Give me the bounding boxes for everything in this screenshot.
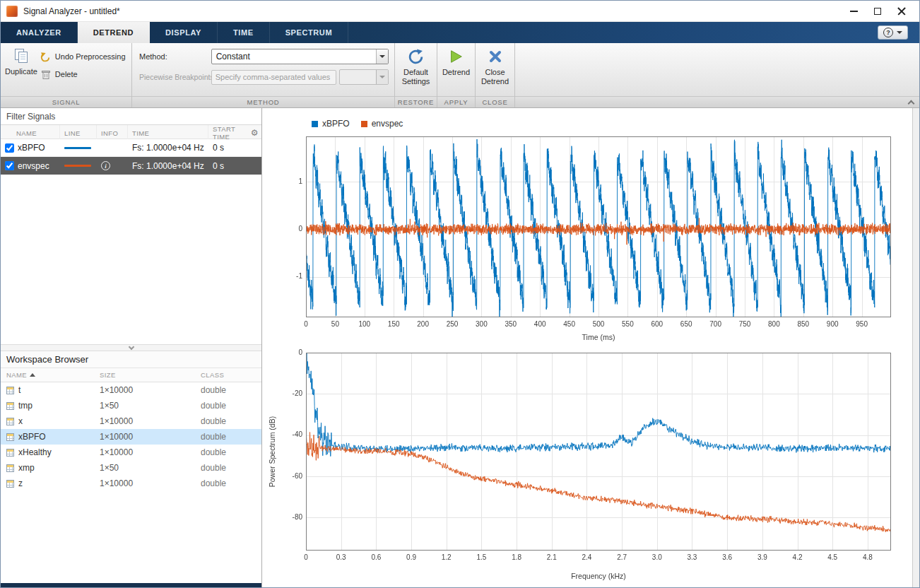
- signal-row-xbpfo[interactable]: xBPFO Fs: 1.0000e+04 Hz 0 s: [1, 139, 261, 157]
- signal-time: Fs: 1.0000e+04 Hz: [128, 139, 208, 156]
- column-header-line[interactable]: LINE: [60, 125, 97, 141]
- legend-swatch-xbpfo: [312, 121, 318, 127]
- matrix-icon: [6, 449, 14, 457]
- close-detrend-button[interactable]: Close Detrend: [476, 47, 514, 96]
- workspace-column-size[interactable]: SIZE: [100, 371, 201, 379]
- detrend-button[interactable]: Detrend: [442, 47, 470, 96]
- workspace-row-xmp[interactable]: xmp 1×50 double: [1, 460, 261, 476]
- signal-start-time: 0 s: [208, 139, 261, 156]
- legend-label-xbpfo[interactable]: xBPFO: [322, 119, 350, 129]
- toolstrip-filler: [515, 43, 919, 107]
- sort-ascending-icon: [30, 373, 35, 377]
- panel-bottom-strip: [1, 583, 261, 587]
- undo-icon: [40, 51, 52, 62]
- breakpoints-input[interactable]: [211, 70, 337, 85]
- help-button[interactable]: ?: [878, 25, 908, 40]
- tabbar-filler: [348, 22, 878, 43]
- column-header-info[interactable]: INFO: [97, 125, 128, 141]
- filter-signals-input[interactable]: [1, 108, 261, 125]
- tab-display[interactable]: DISPLAY: [150, 22, 218, 43]
- signal-checkbox[interactable]: [5, 143, 14, 153]
- workspace-column-name[interactable]: NAME: [6, 371, 100, 379]
- workspace-row-z[interactable]: z 1×10000 double: [1, 476, 261, 491]
- panel-splitter[interactable]: [1, 344, 261, 351]
- section-restore: Default Settings RESTORE: [395, 43, 437, 107]
- legend-swatch-envspec: [361, 121, 367, 127]
- matrix-icon: [6, 418, 14, 425]
- signals-empty-space: [1, 175, 261, 344]
- signal-name: xBPFO: [18, 143, 45, 153]
- duplicate-label: Duplicate: [5, 67, 37, 76]
- workspace-row-xbpfo[interactable]: xBPFO 1×10000 double: [1, 429, 261, 445]
- plot-legend: xBPFO envspec: [312, 117, 912, 131]
- column-header-time[interactable]: TIME: [128, 125, 208, 141]
- default-settings-button[interactable]: Default Settings: [395, 47, 437, 96]
- undo-preprocessing-button[interactable]: Undo Preprocessing: [40, 51, 126, 62]
- matrix-icon: [6, 464, 14, 472]
- duplicate-button[interactable]: Duplicate: [5, 47, 37, 96]
- chevron-down-icon: [379, 76, 385, 78]
- signal-checkbox[interactable]: [5, 161, 14, 170]
- minimize-icon: [850, 11, 858, 12]
- spectrum-plot[interactable]: [266, 347, 902, 583]
- breakpoints-dropdown[interactable]: [339, 69, 389, 85]
- close-x-icon: [486, 47, 505, 66]
- section-apply: Detrend APPLY: [437, 43, 476, 107]
- signal-row-envspec[interactable]: envspec i Fs: 1.0000e+04 Hz 0 s: [1, 157, 261, 175]
- column-header-start-time[interactable]: START TIME: [208, 125, 261, 141]
- restore-defaults-icon: [407, 47, 425, 66]
- workspace-table-header: NAME SIZE CLASS: [1, 368, 261, 382]
- collapse-toolstrip-icon[interactable]: [908, 100, 915, 107]
- method-label: Method:: [139, 52, 211, 61]
- detrend-label: Detrend: [442, 68, 470, 77]
- delete-button[interactable]: Delete: [40, 69, 126, 80]
- minimize-button[interactable]: [842, 1, 866, 21]
- method-dropdown-button[interactable]: [376, 49, 388, 64]
- info-icon[interactable]: i: [101, 161, 110, 170]
- maximize-button[interactable]: [866, 1, 890, 21]
- close-button[interactable]: [890, 1, 914, 21]
- matrix-icon: [6, 387, 14, 394]
- section-label-signal: SIGNAL: [1, 96, 131, 107]
- legend-label-envspec[interactable]: envspec: [372, 119, 403, 129]
- method-value: Constant: [212, 52, 376, 61]
- window-controls: [842, 1, 914, 21]
- line-style-swatch: [64, 147, 91, 149]
- workspace-column-class[interactable]: CLASS: [201, 371, 261, 379]
- column-header-name[interactable]: NAME: [1, 125, 60, 141]
- trash-icon: [40, 69, 52, 80]
- close-icon: [897, 7, 906, 16]
- tab-spectrum[interactable]: SPECTRUM: [270, 22, 349, 43]
- matlab-app-icon: [6, 6, 18, 17]
- chevron-down-icon: [897, 31, 902, 34]
- section-label-close: CLOSE: [476, 96, 514, 107]
- signal-time: Fs: 1.0000e+04 Hz: [128, 157, 208, 175]
- workspace-row-xhealthy[interactable]: xHealthy 1×10000 double: [1, 445, 261, 460]
- breakpoints-dropdown-button[interactable]: [376, 70, 388, 84]
- chevron-down-icon: [128, 343, 134, 349]
- tab-detrend[interactable]: DETREND: [78, 22, 150, 43]
- default-settings-label: Default Settings: [395, 68, 437, 86]
- tab-time[interactable]: TIME: [218, 22, 270, 43]
- undo-label: Undo Preprocessing: [55, 52, 126, 61]
- section-label-apply: APPLY: [437, 96, 475, 107]
- signal-name: envspec: [18, 161, 49, 171]
- tab-analyzer[interactable]: ANALYZER: [1, 22, 78, 43]
- matrix-icon: [6, 433, 14, 441]
- duplicate-icon: [12, 47, 30, 65]
- maximize-icon: [874, 8, 881, 15]
- time-plot[interactable]: [266, 131, 902, 344]
- workspace-row-x[interactable]: x 1×10000 double: [1, 413, 261, 429]
- signals-panel: NAME LINE INFO TIME START TIME xBPFO Fs:…: [1, 108, 262, 587]
- toolstrip: Duplicate Undo Preprocessing Delete: [1, 43, 919, 108]
- section-label-restore: RESTORE: [395, 96, 437, 107]
- method-dropdown[interactable]: Constant: [211, 49, 389, 64]
- workspace-row-t[interactable]: t 1×10000 double: [1, 382, 261, 398]
- breakpoints-label: Piecewise Breakpoints:: [139, 73, 211, 81]
- workspace-row-tmp[interactable]: tmp 1×50 double: [1, 398, 261, 413]
- play-icon: [447, 47, 465, 66]
- right-gutter: [912, 108, 919, 587]
- workspace-empty-space: [1, 491, 261, 583]
- signals-table-header: NAME LINE INFO TIME START TIME: [1, 125, 261, 139]
- gear-icon[interactable]: [251, 129, 259, 137]
